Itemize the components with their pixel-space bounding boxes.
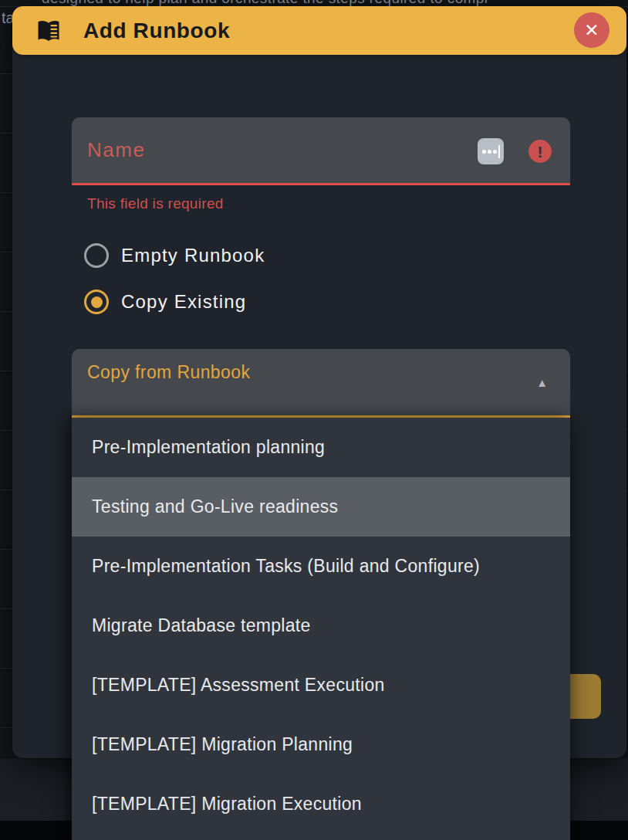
runbook-book-icon [32, 17, 65, 45]
radio-copy-existing-label: Copy Existing [121, 291, 246, 313]
dropdown-option[interactable]: [TEMPLATE] Migration Execution [72, 774, 570, 834]
dropdown-option[interactable]: [TEMPLATE] Assessment Execution [72, 655, 570, 715]
copy-from-runbook-select[interactable]: Copy from Runbook ▲ [72, 349, 570, 418]
dialog-header: Add Runbook ✕ [12, 6, 626, 55]
radio-unselected-icon [84, 243, 109, 268]
radio-empty-runbook-label: Empty Runbook [121, 245, 265, 266]
dropdown-option[interactable]: Pre-Implementation Tasks (Build and Conf… [72, 537, 570, 596]
close-button[interactable]: ✕ [574, 12, 609, 48]
name-input-label: Name [87, 117, 145, 183]
dropdown-option[interactable]: Migrate Database template [72, 596, 570, 655]
dropdown-option[interactable]: [TEMPLATE] Migration Planning [72, 715, 570, 774]
radio-copy-existing[interactable]: Copy Existing [84, 290, 246, 314]
autofill-icon[interactable] [478, 138, 504, 164]
runbook-dropdown-menu: Pre-Implementation planning Testing and … [72, 418, 570, 840]
chevron-up-icon: ▲ [536, 376, 548, 389]
dialog-title: Add Runbook [83, 19, 230, 43]
error-icon: ! [528, 140, 552, 163]
name-error-message: This field is required [87, 195, 224, 212]
dropdown-option[interactable]: Pre-Implementation planning [72, 418, 570, 477]
radio-selected-icon [84, 290, 109, 314]
copy-from-runbook-label: Copy from Runbook [87, 362, 250, 383]
dropdown-option[interactable]: Testing and Go-Live readiness [72, 477, 570, 537]
name-input[interactable]: Name ! [72, 117, 570, 185]
radio-empty-runbook[interactable]: Empty Runbook [84, 243, 265, 268]
close-icon: ✕ [584, 22, 599, 39]
